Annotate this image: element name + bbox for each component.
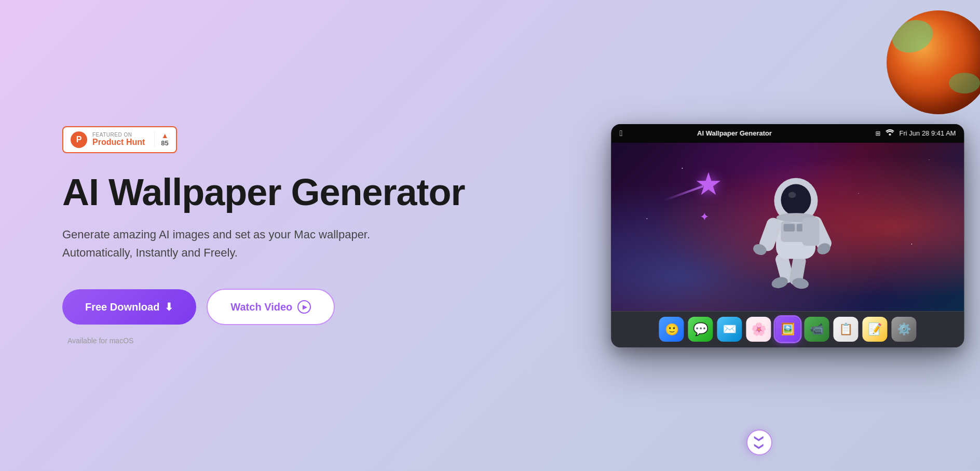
macos-availability-label: Available for macOS: [62, 337, 539, 345]
hero-section: P FEATURED ON Product Hunt ▲ 85 AI Wallp…: [0, 0, 980, 471]
watch-video-button[interactable]: Watch Video ▶: [207, 289, 335, 325]
mac-wallpaper-content: ★ ✦: [611, 143, 964, 311]
ph-upvote-count: 85: [161, 139, 168, 147]
dock-icon-reminders[interactable]: 📋: [834, 317, 859, 342]
svg-rect-7: [784, 224, 795, 231]
ph-upvotes-group: ▲ 85: [154, 132, 168, 147]
buttons-row: Free Download ⬇ Watch Video ▶: [62, 289, 539, 325]
ph-arrow-icon: ▲: [161, 132, 169, 139]
dock-icon-ai-wallpaper[interactable]: 🖼️: [775, 317, 800, 342]
svg-point-15: [788, 192, 796, 198]
subtitle: Generate amazing AI images and set as yo…: [62, 225, 374, 262]
free-download-button[interactable]: Free Download ⬇: [62, 289, 196, 325]
ph-text-group: FEATURED ON Product Hunt: [92, 132, 145, 147]
astronaut-illustration: [611, 143, 964, 311]
right-content:  AI Wallpaper Generator ⊞ Fri Jun: [539, 0, 980, 471]
ph-product-hunt-label: Product Hunt: [92, 138, 145, 147]
svg-rect-17: [802, 217, 820, 245]
scroll-down-button[interactable]: ❯❯: [746, 429, 772, 455]
product-hunt-badge[interactable]: P FEATURED ON Product Hunt ▲ 85: [62, 126, 177, 153]
dock-icon-mail[interactable]: ✉️: [717, 317, 742, 342]
mac-dock: 🙂 💬 ✉️ 🌸 🖼️: [611, 311, 964, 347]
dock-icon-notes[interactable]: 📝: [863, 317, 888, 342]
svg-point-0: [889, 133, 891, 136]
ph-logo-icon: P: [71, 131, 87, 148]
dock-icon-image-playground[interactable]: 🌸: [746, 317, 771, 342]
main-title: AI Wallpaper Generator: [62, 172, 539, 213]
ph-featured-on-label: FEATURED ON: [92, 132, 145, 138]
screenshot-icon: ⊞: [875, 130, 880, 137]
small-star-icon: ✦: [700, 210, 709, 224]
watch-label: Watch Video: [230, 301, 292, 313]
download-icon: ⬇: [165, 301, 173, 313]
dock-icon-facetime[interactable]: 📹: [805, 317, 829, 342]
planet-decoration: [887, 10, 980, 114]
star-wand-decoration: ★ ✦: [695, 169, 723, 200]
subtitle-line2: Automatically, Instantly and Freely.: [62, 246, 238, 259]
svg-text:🙂: 🙂: [665, 322, 679, 337]
mac-menubar:  AI Wallpaper Generator ⊞ Fri Jun: [611, 124, 964, 143]
dock-icon-system-settings[interactable]: ⚙️: [892, 317, 917, 342]
chevron-down-icon: ❯❯: [755, 435, 764, 450]
mac-menubar-right: ⊞ Fri Jun 28 9:41 AM: [875, 129, 956, 137]
wifi-icon: [886, 129, 894, 137]
mac-app-name-label: AI Wallpaper Generator: [611, 129, 869, 137]
download-label: Free Download: [85, 301, 159, 313]
mac-window-mockup:  AI Wallpaper Generator ⊞ Fri Jun: [611, 124, 964, 347]
svg-point-14: [781, 184, 811, 216]
mac-date-time: Fri Jun 28 9:41 AM: [899, 129, 956, 137]
star-icon: ★: [695, 169, 723, 200]
dock-icon-messages[interactable]: 💬: [688, 317, 713, 342]
left-content: P FEATURED ON Product Hunt ▲ 85 AI Wallp…: [0, 0, 539, 471]
play-icon: ▶: [297, 300, 311, 314]
subtitle-line1: Generate amazing AI images and set as yo…: [62, 228, 370, 241]
dock-icon-finder[interactable]: 🙂: [659, 317, 684, 342]
